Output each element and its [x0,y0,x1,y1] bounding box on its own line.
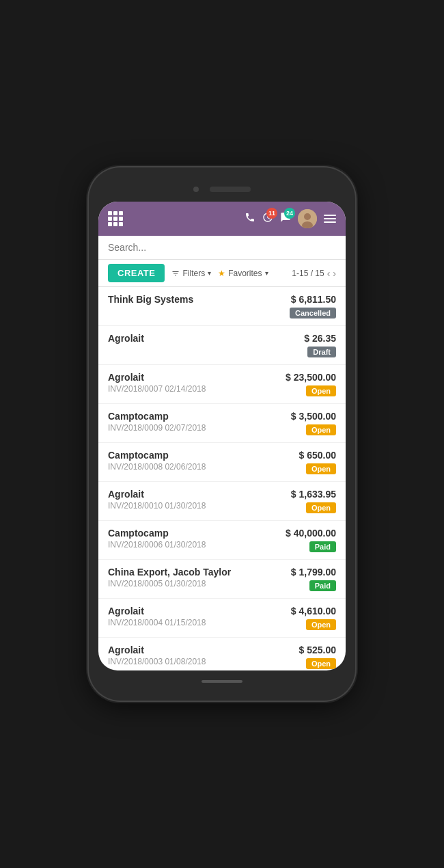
item-amount: $ 40,000.00 [286,528,336,539]
phone-bottom [98,675,346,688]
phone-icon[interactable] [245,212,255,226]
chat-badge: 24 [284,208,295,219]
hamburger-menu-icon[interactable] [324,215,336,223]
item-meta: INV/2018/0004 01/15/2018 [108,618,206,627]
item-meta: INV/2018/0008 02/06/2018 [108,462,206,472]
status-badge: Paid [309,580,336,591]
status-badge: Open [306,424,336,435]
item-company-name: Think Big Systems [108,294,193,305]
status-badge: Paid [309,541,336,552]
item-amount: $ 3,500.00 [291,411,336,422]
favorites-button[interactable]: ★ Favorites ▾ [218,269,268,278]
item-company-name: Agrolait [108,606,206,616]
table-row[interactable]: Camptocamp INV/2018/0009 02/07/2018 $ 3,… [98,404,346,443]
camera [193,187,199,192]
filter-icon [171,269,180,277]
pagination-next[interactable]: › [333,268,336,279]
svg-point-1 [304,213,311,220]
item-meta: INV/2018/0005 01/30/2018 [108,579,231,588]
table-row[interactable]: Agrolait INV/2018/0004 01/15/2018 $ 4,61… [98,599,346,638]
item-amount: $ 1,633.95 [291,489,336,500]
speaker [210,187,251,192]
top-bar-right: 11 24 [245,209,336,228]
phone-shell: 11 24 [89,167,355,701]
item-company-name: Agrolait [108,489,206,500]
phone-screen: 11 24 [98,202,346,670]
status-badge: Open [306,463,336,474]
filters-label: Filters [182,269,205,278]
item-meta: INV/2018/0003 01/08/2018 [108,657,206,666]
item-meta: INV/2018/0006 01/30/2018 [108,540,206,550]
item-amount: $ 650.00 [299,450,337,461]
table-row[interactable]: China Export, Jacob Taylor INV/2018/0005… [98,560,346,599]
table-row[interactable]: Agrolait INV/2018/0007 02/14/2018 $ 23,5… [98,365,346,404]
table-row[interactable]: Agrolait $ 26.35 Draft [98,326,346,365]
status-badge: Open [306,658,336,669]
filters-chevron: ▾ [208,269,211,277]
item-company-name: Agrolait [108,645,206,655]
item-amount: $ 23,500.00 [286,372,336,383]
item-amount: $ 6,811.50 [291,294,336,305]
table-row[interactable]: Think Big Systems $ 6,811.50 Cancelled [98,287,346,326]
status-badge: Open [306,502,336,513]
table-row[interactable]: Camptocamp INV/2018/0006 01/30/2018 $ 40… [98,521,346,560]
create-button[interactable]: CREATE [108,264,165,282]
item-amount: $ 525.00 [299,645,337,655]
search-bar [98,236,346,260]
phone-top-bar [98,180,346,199]
grid-menu-icon[interactable] [108,211,123,226]
home-indicator [202,680,242,683]
top-bar-left [108,211,123,226]
pagination: 1-15 / 15 ‹ › [292,268,336,279]
item-meta: INV/2018/0010 01/30/2018 [108,501,206,511]
table-row[interactable]: Agrolait INV/2018/0010 01/30/2018 $ 1,63… [98,482,346,521]
avatar[interactable] [298,209,317,228]
item-amount: $ 4,610.00 [291,606,336,616]
timer-icon[interactable]: 11 [262,212,273,226]
pagination-prev[interactable]: ‹ [327,268,331,279]
star-icon: ★ [218,269,225,278]
search-input[interactable] [108,242,336,253]
invoice-list: Think Big Systems $ 6,811.50 Cancelled A… [98,287,346,670]
status-badge: Cancelled [290,308,336,318]
chat-icon[interactable]: 24 [280,212,291,226]
status-badge: Open [306,385,336,396]
table-row[interactable]: Camptocamp INV/2018/0008 02/06/2018 $ 65… [98,443,346,482]
item-company-name: Agrolait [108,372,206,383]
timer-badge: 11 [266,208,277,219]
item-meta: INV/2018/0007 02/14/2018 [108,384,206,394]
status-badge: Open [306,619,336,630]
favorites-label: Favorites [228,269,262,278]
toolbar: CREATE Filters ▾ ★ Favorites ▾ 1-15 / 15… [98,260,346,287]
item-company-name: Agrolait [108,333,144,344]
status-badge: Draft [307,347,336,357]
item-amount: $ 26.35 [304,333,336,344]
pagination-text: 1-15 / 15 [292,269,324,278]
item-company-name: Camptocamp [108,411,206,422]
item-company-name: Camptocamp [108,528,206,539]
item-meta: INV/2018/0009 02/07/2018 [108,423,206,433]
favorites-chevron: ▾ [265,269,268,277]
filters-button[interactable]: Filters ▾ [171,269,211,278]
item-company-name: China Export, Jacob Taylor [108,567,231,578]
item-company-name: Camptocamp [108,450,206,461]
item-amount: $ 1,799.00 [291,567,336,578]
top-nav-bar: 11 24 [98,202,346,236]
table-row[interactable]: Agrolait INV/2018/0003 01/08/2018 $ 525.… [98,638,346,670]
